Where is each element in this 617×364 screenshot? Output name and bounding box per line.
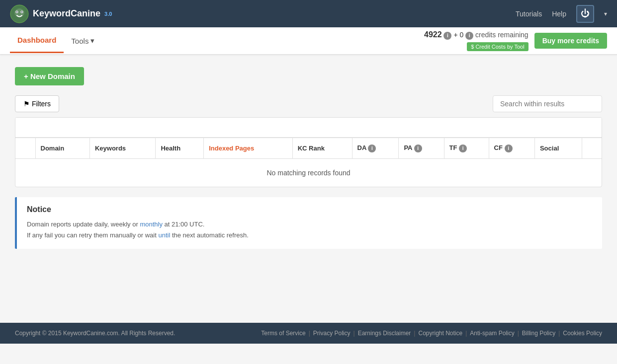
results-table: Domain Keywords Health Indexed Pages KC … xyxy=(15,138,602,187)
footer-sep-5: | xyxy=(518,330,519,337)
footer-terms-link[interactable]: Terms of Service xyxy=(261,330,305,337)
table-header-row: Domain Keywords Health Indexed Pages KC … xyxy=(15,138,602,159)
footer-privacy-link[interactable]: Privacy Policy xyxy=(313,330,351,337)
credits-info: 4922 i + 0 i credits remaining xyxy=(424,30,529,40)
filters-button[interactable]: ⚑ Filters xyxy=(15,95,59,112)
power-icon: ⏻ xyxy=(581,8,590,19)
subnav-right: 4922 i + 0 i credits remaining $ Credit … xyxy=(424,30,607,51)
svg-point-5 xyxy=(21,11,22,12)
brand-name: KeywordCanine xyxy=(33,8,100,19)
svg-point-1 xyxy=(14,8,24,17)
credits-info-icon[interactable]: i xyxy=(443,32,451,40)
help-link[interactable]: Help xyxy=(552,10,566,18)
navbar-right: Tutorials Help ⏻ ▾ xyxy=(516,5,607,23)
table-top-bar xyxy=(15,118,602,138)
power-button[interactable]: ⏻ xyxy=(576,5,594,23)
credits-count: 4922 xyxy=(424,30,442,39)
notice-text: Domain reports update daily, weekly or m… xyxy=(27,219,592,241)
credits-block: 4922 i + 0 i credits remaining $ Credit … xyxy=(424,30,529,51)
col-tf: TF i xyxy=(444,138,489,159)
footer-cookies-link[interactable]: Cookies Policy xyxy=(563,330,602,337)
credits-plus-info-icon[interactable]: i xyxy=(465,32,473,40)
tutorials-link[interactable]: Tutorials xyxy=(516,10,542,18)
navbar: KeywordCanine3.0 Tutorials Help ⏻ ▾ xyxy=(0,0,617,27)
col-pa: PA i xyxy=(399,138,444,159)
footer-billing-link[interactable]: Billing Policy xyxy=(522,330,555,337)
tf-info-icon[interactable]: i xyxy=(459,145,467,152)
footer-antispam-link[interactable]: Anti-spam Policy xyxy=(470,330,514,337)
notice-title: Notice xyxy=(27,205,592,214)
col-health: Health xyxy=(156,138,204,159)
tools-caret-icon: ▾ xyxy=(90,36,94,45)
pa-info-icon[interactable]: i xyxy=(414,145,422,152)
tools-label: Tools xyxy=(71,37,88,45)
col-select xyxy=(15,138,35,159)
no-records-message: No matching records found xyxy=(15,158,602,187)
footer-sep-2: | xyxy=(353,330,355,337)
search-input[interactable] xyxy=(493,95,602,112)
notice-box: Notice Domain reports update daily, week… xyxy=(15,197,602,249)
footer-sep-3: | xyxy=(414,330,415,337)
col-domain: Domain xyxy=(35,138,89,159)
subnav: Dashboard Tools ▾ 4922 i + 0 i credits r… xyxy=(0,27,617,55)
credit-costs-button[interactable]: $ Credit Costs by Tool xyxy=(467,42,528,51)
user-caret-icon[interactable]: ▾ xyxy=(604,10,607,17)
footer-sep-6: | xyxy=(558,330,560,337)
notice-line1: Domain reports update daily, weekly or m… xyxy=(27,219,592,230)
footer-copyright: Copyright © 2015 KeywordCanine.com. All … xyxy=(15,330,175,337)
col-da: DA i xyxy=(352,138,399,159)
cf-info-icon[interactable]: i xyxy=(505,145,513,152)
col-kc-rank: KC Rank xyxy=(292,138,352,159)
brand: KeywordCanine3.0 xyxy=(10,4,112,23)
footer-links: Terms of Service | Privacy Policy | Earn… xyxy=(261,330,602,337)
da-info-icon[interactable]: i xyxy=(368,145,376,152)
monthly-link[interactable]: monthly xyxy=(140,220,163,228)
filter-row: ⚑ Filters xyxy=(15,95,602,112)
col-keywords: Keywords xyxy=(89,138,155,159)
col-indexed-pages: Indexed Pages xyxy=(204,138,293,159)
credits-remaining-label: credits remaining xyxy=(475,31,529,39)
notice-line2: If any fail you can retry them manually … xyxy=(27,230,592,241)
col-actions xyxy=(582,138,602,159)
brand-logo-icon xyxy=(10,4,29,23)
main-content: + New Domain ⚑ Filters Domain Keywords H… xyxy=(0,55,617,303)
footer: Copyright © 2015 KeywordCanine.com. All … xyxy=(0,323,617,344)
empty-row: No matching records found xyxy=(15,158,602,187)
dashboard-tab[interactable]: Dashboard xyxy=(10,28,64,53)
footer-copyright-link[interactable]: Copyright Notice xyxy=(418,330,462,337)
footer-sep-1: | xyxy=(309,330,310,337)
new-domain-button[interactable]: + New Domain xyxy=(15,67,84,85)
col-cf: CF i xyxy=(489,138,534,159)
col-social: Social xyxy=(534,138,582,159)
results-table-container: Domain Keywords Health Indexed Pages KC … xyxy=(15,117,602,187)
svg-point-4 xyxy=(16,11,17,12)
buy-credits-button[interactable]: Buy more credits xyxy=(534,33,607,49)
footer-earnings-link[interactable]: Earnings Disclaimer xyxy=(358,330,411,337)
until-link[interactable]: until xyxy=(158,231,170,239)
brand-version: 3.0 xyxy=(104,11,112,17)
tools-menu[interactable]: Tools ▾ xyxy=(64,29,102,53)
footer-sep-4: | xyxy=(465,330,467,337)
credits-plus: + 0 xyxy=(453,31,463,39)
subnav-left: Dashboard Tools ▾ xyxy=(10,28,102,53)
